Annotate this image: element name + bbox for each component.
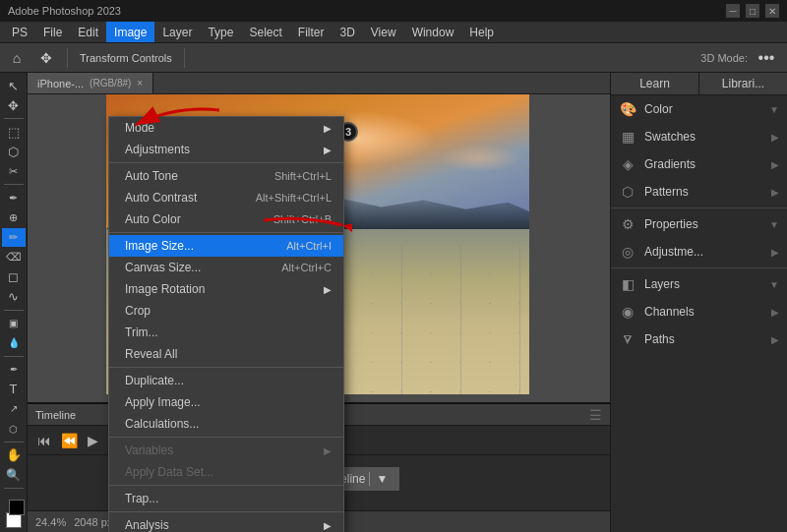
image-dropdown-menu[interactable]: Mode ▶ Adjustments ▶ Auto Tone Shift+Ctr…	[108, 116, 344, 532]
menu-item-auto-color[interactable]: Auto Color Shift+Ctrl+B	[109, 208, 343, 230]
menu-item-analysis[interactable]: Analysis ▶	[109, 514, 343, 532]
menu-view[interactable]: View	[363, 22, 404, 42]
zoom-level: 24.4%	[35, 516, 66, 528]
right-panel-separator-1	[611, 207, 787, 208]
menu-item-calculations[interactable]: Calculations...	[109, 413, 343, 435]
timeline-title: Timeline	[35, 409, 76, 421]
right-panel-patterns[interactable]: ⬡ Patterns ▶	[611, 178, 787, 206]
right-panel-adjustments[interactable]: ◎ Adjustme... ▶	[611, 238, 787, 266]
gradients-collapse-icon: ▶	[771, 159, 779, 170]
menu-select[interactable]: Select	[241, 22, 289, 42]
layers-label: Layers	[644, 277, 680, 291]
menu-item-trap-label: Trap...	[125, 492, 332, 505]
menu-edit[interactable]: Edit	[70, 22, 106, 42]
canvas-tab[interactable]: iPhone-... (RGB/8#) ×	[28, 73, 153, 93]
right-panel-color[interactable]: 🎨 Color ▼	[611, 95, 787, 123]
menu-item-duplicate[interactable]: Duplicate...	[109, 370, 343, 391]
color-swatches	[6, 497, 22, 528]
brush-tool[interactable]: ✏	[2, 228, 26, 246]
right-panel-layers[interactable]: ◧ Layers ▼	[611, 270, 787, 298]
artboard-tool[interactable]: ✥	[2, 96, 26, 114]
zoom-tool[interactable]: 🔍	[2, 466, 26, 484]
tab-close-button[interactable]: ×	[137, 78, 143, 89]
menu-item-canvas-size[interactable]: Canvas Size... Alt+Ctrl+C	[109, 257, 343, 278]
close-button[interactable]: ✕	[765, 4, 779, 18]
shape-tool[interactable]: ⬡	[2, 420, 26, 438]
libraries-tab[interactable]: Librari...	[699, 73, 787, 94]
menu-type[interactable]: Type	[200, 22, 241, 42]
right-panel-channels[interactable]: ◉ Channels ▶	[611, 298, 787, 325]
menu-item-auto-tone[interactable]: Auto Tone Shift+Ctrl+L	[109, 165, 343, 187]
tool-sep-4	[4, 356, 24, 357]
patterns-icon: ⬡	[619, 183, 636, 201]
right-panel-paths[interactable]: ⛛ Paths ▶	[611, 325, 787, 353]
right-panel-gradients[interactable]: ◈ Gradients ▶	[611, 150, 787, 178]
menu-item-duplicate-label: Duplicate...	[125, 374, 332, 387]
menu-separator-2	[109, 232, 343, 233]
menu-item-image-size[interactable]: Image Size... Alt+Ctrl+I	[109, 235, 343, 257]
left-tool-panel: ↖ ✥ ⬚ ⬡ ✂ ✒ ⊕ ✏ ⌫ ◻ ∿ ▣ 💧 ✒ T ↗ ⬡ ✋ 🔍	[0, 73, 28, 532]
menu-separator-5	[109, 485, 343, 486]
menu-layer[interactable]: Layer	[154, 22, 200, 42]
paths-collapse-icon: ▶	[771, 334, 779, 345]
eyedropper-tool[interactable]: ✒	[2, 189, 26, 207]
menu-help[interactable]: Help	[461, 22, 502, 42]
pen-tool[interactable]: ✒	[2, 361, 26, 379]
image-rotation-arrow-icon: ▶	[324, 284, 332, 295]
menu-item-mode[interactable]: Mode ▶	[109, 117, 343, 139]
tl-prev-frame[interactable]: ⏪	[59, 431, 80, 450]
foreground-color[interactable]	[9, 500, 25, 515]
move-tool-button[interactable]: ✥	[33, 45, 59, 71]
gradients-icon: ◈	[619, 155, 636, 173]
menu-separator-1	[109, 162, 343, 163]
menu-3d[interactable]: 3D	[332, 22, 362, 42]
menu-item-crop-label: Crop	[125, 304, 332, 318]
menu-window[interactable]: Window	[404, 22, 462, 42]
marquee-tool[interactable]: ⬚	[2, 123, 26, 141]
tab-color-mode: (RGB/8#)	[90, 78, 131, 89]
menu-file[interactable]: File	[35, 22, 70, 42]
menu-item-apply-image[interactable]: Apply Image...	[109, 391, 343, 413]
eraser-tool[interactable]: ∿	[2, 288, 26, 306]
minimize-button[interactable]: ─	[726, 4, 740, 18]
lasso-tool[interactable]: ⬡	[2, 143, 26, 160]
menu-image[interactable]: Image	[106, 22, 154, 42]
properties-collapse-icon: ▼	[769, 219, 779, 230]
main-layout: ↖ ✥ ⬚ ⬡ ✂ ✒ ⊕ ✏ ⌫ ◻ ∿ ▣ 💧 ✒ T ↗ ⬡ ✋ 🔍	[0, 73, 787, 532]
menu-item-calculations-label: Calculations...	[125, 417, 332, 431]
tl-go-start[interactable]: ⏮	[35, 431, 53, 450]
move-tool[interactable]: ↖	[2, 77, 26, 94]
menu-ps[interactable]: PS	[4, 22, 35, 42]
create-video-timeline-arrow[interactable]: ▼	[369, 472, 388, 486]
tool-sep-6	[4, 488, 24, 489]
gradient-tool[interactable]: ▣	[2, 315, 26, 332]
timeline-menu-icon[interactable]: ☰	[589, 407, 602, 423]
menu-item-image-rotation[interactable]: Image Rotation ▶	[109, 278, 343, 300]
learn-tab[interactable]: Learn	[611, 73, 699, 94]
window-controls[interactable]: ─ □ ✕	[726, 4, 779, 18]
maximize-button[interactable]: □	[746, 4, 759, 18]
tl-play[interactable]: ▶	[86, 431, 100, 450]
menu-item-auto-contrast[interactable]: Auto Contrast Alt+Shift+Ctrl+L	[109, 187, 343, 208]
home-button[interactable]: ⌂	[4, 45, 30, 71]
right-panel-properties[interactable]: ⚙ Properties ▼	[611, 210, 787, 238]
hand-tool[interactable]: ✋	[2, 446, 26, 464]
heal-tool[interactable]: ⊕	[2, 208, 26, 226]
menu-filter[interactable]: Filter	[290, 22, 333, 42]
menu-item-reveal-all[interactable]: Reveal All	[109, 343, 343, 365]
crop-tool[interactable]: ✂	[2, 162, 26, 180]
clone-tool[interactable]: ⌫	[2, 249, 26, 266]
history-tool[interactable]: ◻	[2, 268, 26, 286]
text-tool[interactable]: T	[2, 381, 26, 398]
menu-item-trim[interactable]: Trim...	[109, 322, 343, 343]
menu-item-trap[interactable]: Trap...	[109, 488, 343, 509]
toolbar-more-button[interactable]: •••	[754, 45, 779, 71]
menu-item-adjustments[interactable]: Adjustments ▶	[109, 139, 343, 160]
menu-item-crop[interactable]: Crop	[109, 300, 343, 322]
right-panel-swatches[interactable]: ▦ Swatches ▶	[611, 123, 787, 150]
blur-tool[interactable]: 💧	[2, 334, 26, 352]
menu-item-trim-label: Trim...	[125, 325, 332, 339]
menu-item-apply-image-label: Apply Image...	[125, 395, 332, 409]
path-tool[interactable]: ↗	[2, 400, 26, 418]
menu-item-adjustments-label: Adjustments	[125, 143, 324, 156]
